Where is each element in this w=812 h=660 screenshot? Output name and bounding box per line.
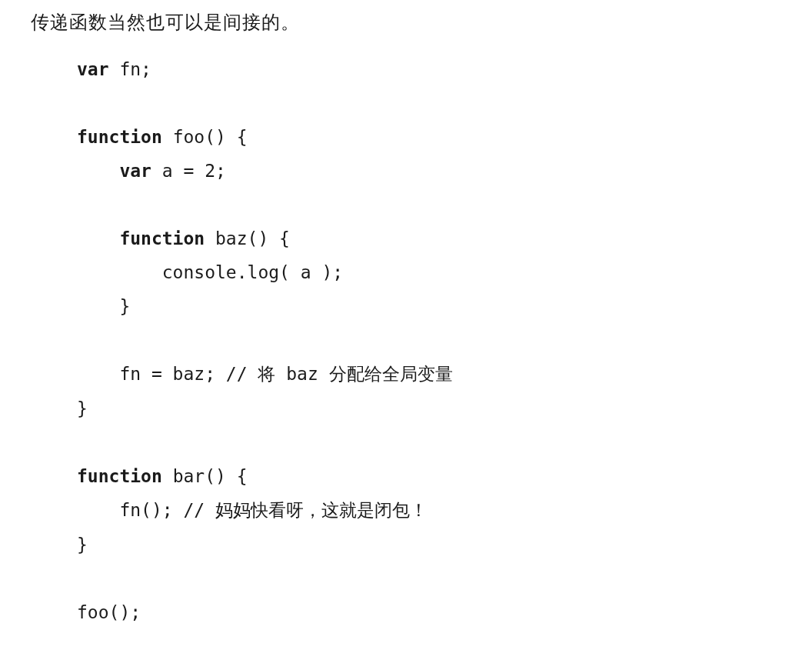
code-block: var fn; function foo() { var a = 2; func… (77, 52, 781, 660)
code-text: fn = baz; // (77, 364, 258, 384)
comment-cjk: 将 (258, 365, 275, 384)
code-text: fn(); // (77, 500, 215, 520)
code-text: foo() { (162, 127, 248, 147)
code-text: console.log( a ); (77, 262, 343, 282)
keyword-function: function (77, 127, 162, 147)
intro-paragraph: 传递函数当然也可以是间接的。 (31, 8, 781, 37)
code-text: baz() { (205, 228, 290, 248)
code-text: foo(); (77, 602, 141, 622)
code-text: } (77, 535, 88, 555)
code-text: fn; (109, 59, 151, 79)
code-text: } (77, 398, 88, 418)
code-text: bar() { (162, 466, 248, 486)
code-text: } (77, 296, 130, 316)
keyword-var: var (77, 161, 151, 181)
code-text: baz (275, 364, 328, 384)
comment-cjk: 分配给全局变量 (329, 365, 453, 384)
comment-cjk: 妈妈快看呀，这就是闭包！ (215, 501, 428, 520)
keyword-var: var (77, 59, 109, 79)
keyword-function: function (77, 228, 205, 248)
keyword-function: function (77, 466, 162, 486)
code-text: a = 2; (151, 161, 226, 181)
